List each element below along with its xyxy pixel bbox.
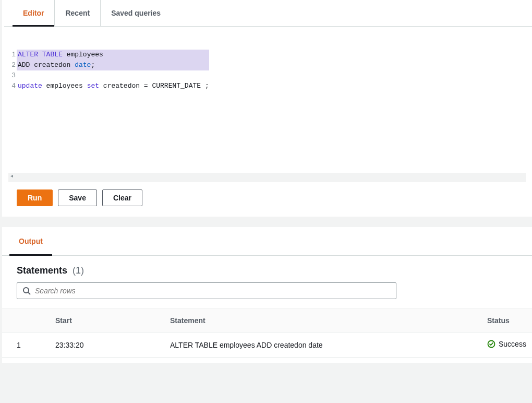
success-icon	[487, 340, 495, 348]
status-success-badge: Success	[487, 340, 526, 348]
status-text: Success	[499, 340, 526, 348]
run-button[interactable]: Run	[17, 189, 53, 206]
results-table: Start Statement Status 1 23:33:20 ALTER …	[2, 309, 532, 358]
code-line[interactable]: update employees set createdon = CURRENT…	[17, 81, 209, 91]
editor-buttons: Run Save Clear	[2, 182, 532, 217]
gutter-line: 3	[9, 70, 16, 81]
clear-button[interactable]: Clear	[102, 189, 142, 206]
table-header-row: Start Statement Status	[2, 309, 532, 333]
search-rows-box[interactable]	[17, 282, 396, 299]
col-statement[interactable]: Statement	[164, 309, 481, 332]
statements-count: (1)	[72, 265, 84, 276]
statements-title: Statements	[17, 265, 67, 276]
tab-recent[interactable]: Recent	[55, 0, 101, 26]
sql-editor[interactable]: 1234ALTER TABLE employeesADD createdon d…	[8, 27, 526, 173]
output-panel: Output Statements (1) Start Statement St…	[2, 227, 532, 363]
code-line[interactable]	[17, 70, 209, 81]
save-button[interactable]: Save	[58, 189, 97, 206]
svg-line-1	[28, 292, 30, 294]
col-start[interactable]: Start	[49, 309, 164, 332]
tab-output[interactable]: Output	[9, 227, 52, 255]
gutter-line: 1	[9, 50, 16, 60]
editor-gutter: 1234	[8, 50, 17, 173]
gutter-line: 2	[9, 60, 16, 70]
editor-tabs: Editor Recent Saved queries	[4, 0, 532, 27]
svg-point-0	[23, 288, 29, 293]
output-tabs: Output	[2, 227, 532, 256]
editor-panel: Editor Recent Saved queries 1234ALTER TA…	[2, 0, 532, 217]
cell-start: 23:33:20	[49, 334, 164, 357]
editor-horizontal-scrollbar[interactable]	[8, 173, 526, 182]
col-status[interactable]: Status	[481, 309, 532, 332]
cell-index: 1	[2, 334, 49, 357]
col-index	[2, 313, 49, 328]
code-line[interactable]: ADD createdon date;	[17, 60, 209, 70]
gutter-line: 4	[9, 81, 16, 91]
table-row[interactable]: 1 23:33:20 ALTER TABLE employees ADD cre…	[2, 333, 532, 358]
code-line[interactable]: ALTER TABLE employees	[17, 50, 209, 60]
cell-status: Success	[481, 333, 532, 357]
search-icon	[22, 287, 31, 295]
tab-editor[interactable]: Editor	[13, 0, 55, 26]
tab-saved-queries[interactable]: Saved queries	[101, 0, 171, 26]
statements-header: Statements (1)	[2, 256, 532, 282]
cell-statement: ALTER TABLE employees ADD createdon date	[164, 334, 481, 357]
search-rows-wrap	[2, 282, 532, 304]
search-rows-input[interactable]	[35, 287, 391, 295]
editor-lines[interactable]: ALTER TABLE employeesADD createdon date;…	[17, 50, 209, 173]
